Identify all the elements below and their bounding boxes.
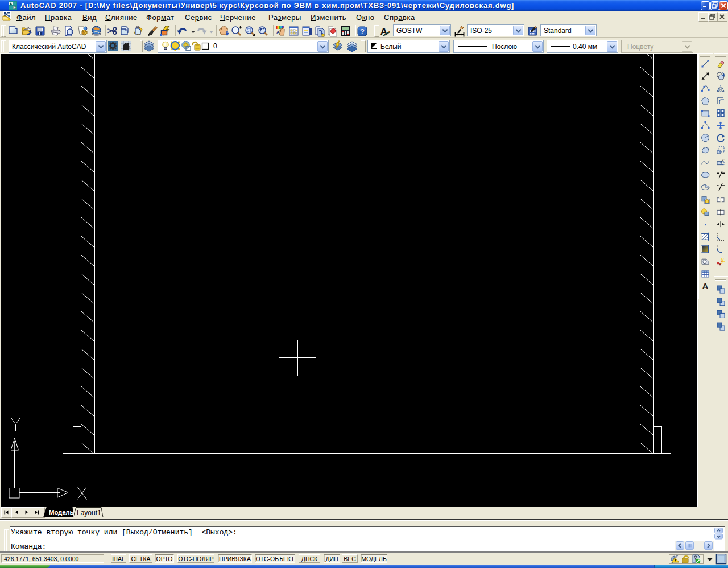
- svg-text:A: A: [276, 30, 280, 35]
- svg-text:?: ?: [360, 27, 365, 36]
- svg-text:0: 0: [213, 42, 217, 50]
- svg-text:A: A: [702, 281, 709, 291]
